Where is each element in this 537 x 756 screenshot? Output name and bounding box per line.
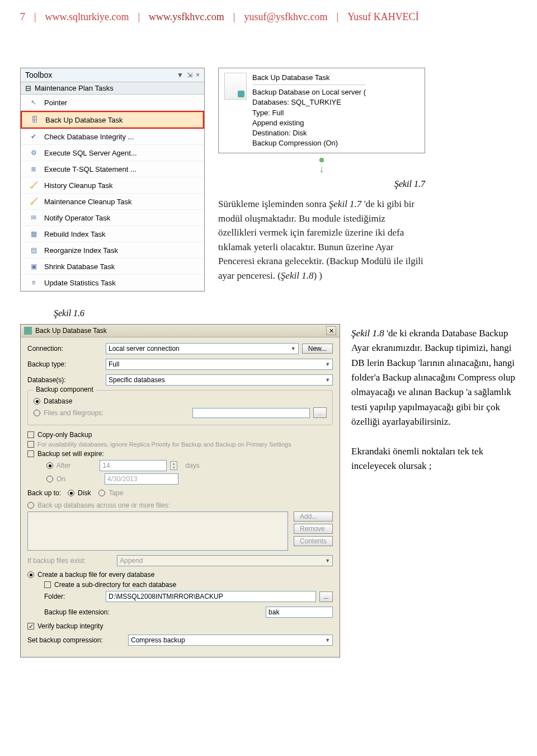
toolbox-item-label: Check Database Integrity ... — [44, 133, 134, 141]
tool-icon: ✔ — [29, 132, 39, 142]
check-verify[interactable] — [27, 623, 34, 630]
tool-icon: ▦ — [29, 229, 39, 239]
database-task-icon — [224, 73, 247, 100]
tool-icon: 🧹 — [29, 180, 39, 190]
dialog-title: Back Up Database Task — [35, 327, 107, 335]
radio-on — [46, 476, 53, 482]
chevron-down-icon: ▼ — [325, 558, 330, 564]
label-folder: Folder: — [44, 593, 106, 600]
node-detail-line: Append existing — [252, 118, 366, 128]
label-radio-database: Database — [44, 397, 72, 405]
check-copy-only[interactable] — [27, 431, 34, 438]
check-expire[interactable] — [27, 450, 34, 457]
toolbox-item-label: Notify Operator Task — [44, 214, 110, 222]
tool-icon: ≣ — [29, 164, 39, 174]
spin-icon: ▲▼ — [170, 461, 177, 470]
browse-filegroups-button[interactable]: ... — [313, 407, 327, 418]
node-detail-line: Destination: Disk — [252, 128, 366, 138]
node-detail-line: Type: Full — [252, 108, 366, 118]
pin-icon[interactable]: ⇲ — [187, 71, 192, 79]
collapse-icon[interactable]: ⊟ — [25, 84, 31, 92]
tool-icon: ≡ — [29, 278, 39, 288]
radio-database[interactable] — [34, 398, 40, 405]
toolbox-item[interactable]: ✔Check Database Integrity ... — [21, 129, 204, 145]
close-button[interactable]: ✕ — [326, 326, 336, 335]
files-listbox — [27, 511, 288, 551]
toolbox-section[interactable]: ⊟ Maintenance Plan Tasks — [21, 82, 204, 95]
dropdown-icon[interactable]: ▼ — [177, 71, 183, 79]
link-sqlturkiye[interactable]: www.sqlturkiye.com — [45, 11, 129, 23]
label-backup-to: Back up to: — [27, 489, 61, 497]
radio-create-file[interactable] — [27, 571, 34, 578]
radio-tape — [98, 490, 105, 496]
email: yusuf@ysfkhvc.com — [244, 11, 327, 23]
toolbox-item[interactable]: 🧹History Cleanup Task — [21, 177, 204, 194]
author-name: Yusuf KAHVECİ — [347, 11, 419, 23]
new-connection-button[interactable]: New... — [302, 344, 333, 354]
backup-component-group: Backup component Database Files and file… — [27, 390, 333, 425]
radio-filegroups — [34, 410, 40, 416]
page-header: 7 | www.sqlturkiye.com | www.ysfkhvc.com… — [20, 11, 517, 23]
paragraph-2: Şekil 1.8 'de ki ekranda Database Backup… — [351, 324, 517, 658]
tool-icon: ↖ — [29, 97, 39, 107]
dialog-titlebar: Back Up Database Task ✕ — [21, 325, 340, 337]
toolbox-item[interactable]: ≣Execute T-SQL Statement ... — [21, 161, 204, 177]
contents-button: Contents — [294, 536, 333, 546]
toolbox-item[interactable]: ▣Shrink Database Task — [21, 259, 204, 275]
chevron-down-icon: ▼ — [325, 361, 330, 367]
browse-folder-button[interactable]: ... — [319, 591, 333, 602]
toolbox-item-label: Rebuild Index Task — [44, 230, 106, 238]
toolbox-item[interactable]: 🗄Back Up Database Task — [21, 111, 204, 129]
connection-combo[interactable]: Local server connection ▼ — [106, 343, 299, 354]
link-ysfkhvc[interactable]: www.ysfkhvc.com — [149, 11, 224, 23]
separator: | — [34, 11, 36, 23]
label-backup-type: Backup type: — [27, 360, 106, 368]
tool-icon: 🧹 — [29, 196, 39, 206]
on-date-input: 4/30/2013 — [105, 473, 178, 485]
radio-disk[interactable] — [68, 490, 74, 496]
node-detail-line: Databases: SQL_TURKIYE — [252, 97, 366, 107]
tool-icon: 🗄 — [30, 115, 40, 125]
close-icon[interactable]: × — [196, 71, 200, 79]
separator: | — [138, 11, 140, 23]
tool-icon: ✉ — [29, 213, 39, 223]
ext-input[interactable]: bak — [266, 607, 333, 618]
tool-icon: ▣ — [29, 261, 39, 271]
toolbox-item[interactable]: ≡Update Statistics Task — [21, 275, 204, 291]
paragraph-1: Sürükleme işleminden sonra Şekil 1.7 'de… — [218, 197, 425, 283]
backup-type-combo[interactable]: Full ▼ — [106, 359, 333, 370]
node-detail-line: Backup Database on Local server ( — [252, 87, 366, 97]
separator: | — [233, 11, 235, 23]
chevron-down-icon: ▼ — [291, 346, 296, 351]
check-availability — [27, 441, 34, 448]
toolbox-item-label: Maintenance Cleanup Task — [44, 198, 132, 206]
label-connection: Connection: — [27, 345, 106, 353]
toolbox-item[interactable]: 🧹Maintenance Cleanup Task — [21, 194, 204, 210]
toolbox-item[interactable]: ⚙Execute SQL Server Agent... — [21, 145, 204, 161]
folder-input[interactable]: D:\MSSQL2008INTMIRROR\BACKUP — [106, 591, 316, 602]
toolbox-item-label: Execute T-SQL Statement ... — [44, 165, 136, 173]
databases-value: Specific databases — [109, 376, 165, 384]
toolbox-item-label: Back Up Database Task — [45, 116, 123, 124]
toolbox-item[interactable]: ▤Reorganize Index Task — [21, 242, 204, 259]
toolbox-item[interactable]: ✉Notify Operator Task — [21, 210, 204, 226]
label-tape: Tape — [109, 489, 123, 497]
databases-combo[interactable]: Specific databases ▼ — [106, 374, 333, 386]
label-on: On — [56, 475, 65, 483]
label-radio-filegroups: Files and filegroups: — [44, 409, 103, 417]
add-button: Add... — [294, 511, 333, 522]
toolbox-item[interactable]: ↖Pointer — [21, 95, 204, 111]
compress-combo[interactable]: Compress backup ▼ — [128, 635, 333, 646]
task-node[interactable]: Back Up Database Task Backup Database on… — [218, 68, 425, 153]
radio-across — [27, 502, 34, 509]
node-connector[interactable]: ↓ — [218, 154, 425, 175]
label-compress: Set backup compression: — [27, 636, 128, 644]
check-subdir[interactable] — [44, 581, 51, 588]
node-title: Back Up Database Task — [252, 73, 366, 85]
label-expire: Backup set will expire: — [37, 450, 104, 458]
label-copy-only: Copy-only Backup — [37, 431, 92, 439]
label-databases: Database(s): — [27, 376, 106, 384]
filegroups-input — [192, 408, 310, 418]
toolbox-item[interactable]: ▦Rebuild Index Task — [21, 226, 204, 242]
label-across: Back up databases across one or more fil… — [37, 501, 170, 509]
